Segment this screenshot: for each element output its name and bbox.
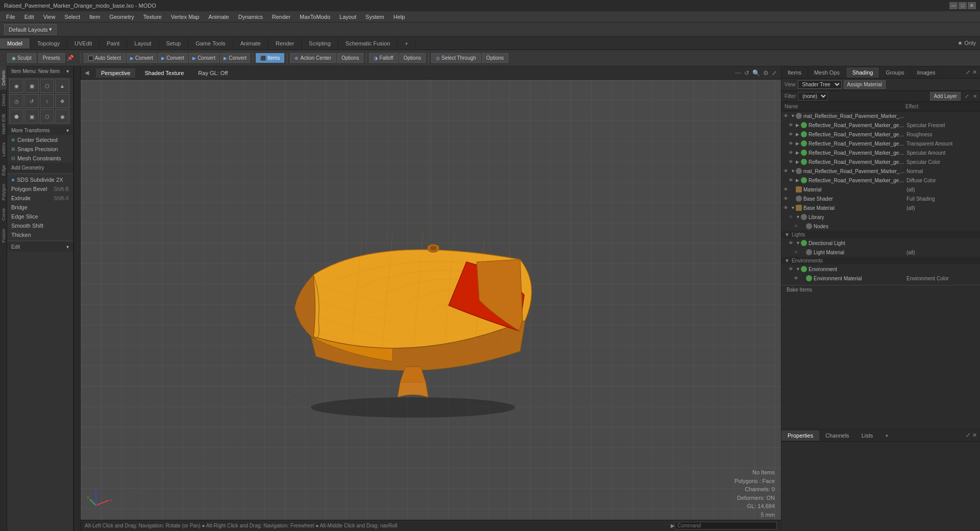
tool-icon-8[interactable]: ✥ [55,94,69,108]
convert-button-4[interactable]: ▶ Convert [220,53,250,63]
options-button-1[interactable]: Options [337,53,363,63]
tab-game-tools[interactable]: Game Tools [188,38,233,49]
tab-schematic-fusion[interactable]: Schematic Fusion [338,38,398,49]
expand-icon-14[interactable]: ▼ [796,240,801,246]
expand-icon-11[interactable]: ▼ [791,205,796,210]
vtab-curve[interactable]: Curve [0,204,7,225]
tool-icon-7[interactable]: ↕ [40,94,54,108]
props-close[interactable]: ✕ [972,432,977,439]
vis-icon-2[interactable]: 👁 [789,123,796,128]
shader-row-ref6[interactable]: 👁 ▶ Reflective_Road_Pavement_Marker_geo1… [781,176,980,185]
vis-icon-8[interactable]: 👁 [789,178,796,183]
vis-icon-12[interactable]: 👁 [789,214,796,220]
filter-close[interactable]: ✕ [973,93,977,99]
smooth-shift-item[interactable]: Smooth Shift [7,221,73,230]
layout-selector[interactable]: Default Layouts ▾ [4,24,57,35]
shader-row-mat2[interactable]: 👁 ▼ mat_Reflective_Road_Pavement_Marker_… [781,166,980,176]
tab-model[interactable]: Model [0,38,30,49]
vis-icon-17[interactable]: 👁 [794,276,801,281]
expand-icon-4[interactable]: ▶ [796,141,801,146]
shader-row-base-material[interactable]: 👁 ▼ Base Material (all) [781,203,980,212]
options-button-2[interactable]: Options [399,53,426,63]
menu-texture[interactable]: Texture [139,13,166,21]
tab-paint[interactable]: Paint [100,38,127,49]
view-selector[interactable]: Shader Tree [798,80,842,89]
viewport[interactable]: ◀ Perspective Shaded Texture Ray GL: Off… [81,66,781,531]
expand-icon-8[interactable]: ▶ [796,178,801,183]
tab-topology[interactable]: Topology [30,38,67,49]
vis-icon-13[interactable]: 👁 [794,224,801,229]
edge-slice-item[interactable]: Edge Slice [7,212,73,221]
shader-row-light-mat[interactable]: 👁 Light Material (all) [781,248,980,257]
convert-button-3[interactable]: ▶ Convert [189,53,219,63]
right-tab-groups[interactable]: Groups [879,67,911,78]
center-selected-item[interactable]: ⊕ Center Selected [7,135,73,144]
vis-icon-10[interactable]: 👁 [783,196,791,201]
expand-icon-5[interactable]: ▶ [796,150,801,155]
tool-icon-11[interactable]: ⬡ [40,109,54,124]
vtab-direct[interactable]: Direct [0,90,7,110]
vp-collapse-icon[interactable]: ◀ [85,69,89,76]
sds-subdivide-item[interactable]: ◈ SDS Subdivide 2X [7,175,73,184]
menu-geometry[interactable]: Geometry [105,13,138,21]
options-button-3[interactable]: Options [482,53,508,63]
vis-icon-6[interactable]: 👁 [789,159,796,164]
shader-row-dir-light[interactable]: 👁 ▼ Directional Light [781,238,980,248]
menu-edit[interactable]: Edit [20,13,38,21]
vis-icon-16[interactable]: 👁 [789,267,796,272]
vis-icon-7[interactable]: 👁 [783,168,791,174]
polygon-bevel-item[interactable]: Polygon Bevel Shift-B [7,184,73,194]
filter-selector[interactable]: (none) [798,92,828,101]
menu-help[interactable]: Help [389,13,409,21]
filter-expand[interactable]: ⤢ [963,93,971,99]
expand-icon-3[interactable]: ▶ [796,132,801,137]
tab-layout[interactable]: Layout [127,38,159,49]
vis-icon-11[interactable]: 👁 [783,205,791,210]
minimize-button[interactable]: — [949,2,958,9]
tool-icon-5[interactable]: ◷ [9,94,23,108]
expand-lights[interactable]: ▼ [785,232,790,237]
vp-tab-perspective[interactable]: Perspective [96,68,135,78]
vtab-polygon[interactable]: Polygon [0,180,7,205]
vp-mode-shaded[interactable]: Shaded Texture [139,68,189,78]
vp-ctrl-settings[interactable]: ⚙ [763,69,769,77]
tool-icon-12[interactable]: ◉ [55,109,69,124]
action-center-button[interactable]: ⊕ Action Center [290,53,336,63]
add-layer-button[interactable]: Add Layer [930,92,961,101]
vis-icon-3[interactable]: 👁 [789,132,796,137]
expand-icon-16[interactable]: ▼ [796,267,801,272]
expand-icon-1[interactable]: ▼ [791,113,796,118]
falloff-button[interactable]: ◑ Falloff [369,53,398,63]
shader-row-ref4[interactable]: 👁 ▶ Reflective_Road_Pavement_Marker_geo1… [781,148,980,157]
vis-icon-1[interactable]: 👁 [783,113,791,118]
command-input-status[interactable] [675,522,777,529]
tab-scripting[interactable]: Scripting [302,38,338,49]
tool-icon-6[interactable]: ↺ [24,94,39,108]
thicken-item[interactable]: Thicken [7,230,73,239]
vp-ctrl-search[interactable]: 🔍 [752,69,760,77]
tool-icon-3[interactable]: ⬡ [40,79,54,93]
expand-icon-7[interactable]: ▼ [791,168,796,174]
shader-row-nodes[interactable]: 👁 Nodes [781,222,980,231]
menu-item[interactable]: Item [85,13,104,21]
tab-add[interactable]: + [398,38,415,49]
auto-select-button[interactable]: Auto Select [84,53,126,63]
tab-setup[interactable]: Setup [159,38,188,49]
menu-render[interactable]: Render [268,13,295,21]
tab-uvedit[interactable]: UVEdit [67,38,100,49]
presets-button[interactable]: Presets [38,53,65,63]
vis-icon-14[interactable]: 👁 [789,240,796,246]
menu-system[interactable]: System [361,13,388,21]
snaps-precision-item[interactable]: ⊞ Snaps Precision [7,144,73,154]
item-menu-header[interactable]: Item Menu: New Item ▾ [7,66,73,76]
menu-layout[interactable]: Layout [335,13,360,21]
vtab-mesh-edit[interactable]: Mesh Edit [0,110,7,138]
expand-icon-6[interactable]: ▶ [796,159,801,164]
tool-icon-1[interactable]: ◉ [9,79,23,93]
right-tab-images[interactable]: Images [911,67,942,78]
shader-row-ref3[interactable]: 👁 ▶ Reflective_Road_Pavement_Marker_geo1… [781,139,980,148]
add-geometry-header[interactable]: Add Geometry [7,163,73,173]
extrude-item[interactable]: Extrude Shift-X [7,194,73,203]
props-tab-channels[interactable]: Channels [819,430,855,441]
vtab-letters[interactable]: Letters [0,138,7,161]
